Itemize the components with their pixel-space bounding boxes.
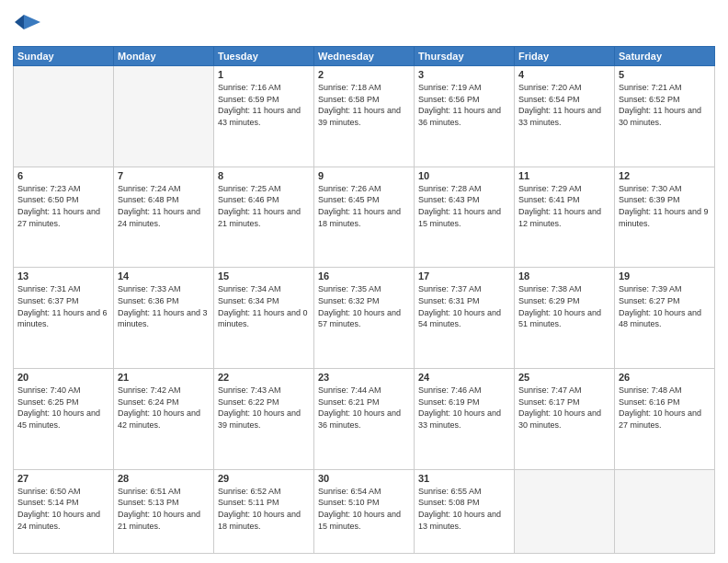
- day-cell: [615, 469, 715, 553]
- day-number: 5: [619, 69, 711, 80]
- day-cell: [114, 66, 214, 167]
- day-info: Sunrise: 7:31 AMSunset: 6:37 PMDaylight:…: [17, 283, 109, 329]
- day-info: Sunrise: 7:30 AMSunset: 6:39 PMDaylight:…: [619, 183, 711, 229]
- week-row-3: 13Sunrise: 7:31 AMSunset: 6:37 PMDayligh…: [14, 268, 715, 369]
- weekday-sunday: Sunday: [14, 47, 114, 66]
- day-cell: 11Sunrise: 7:29 AMSunset: 6:41 PMDayligh…: [515, 167, 615, 268]
- day-info: Sunrise: 7:37 AMSunset: 6:31 PMDaylight:…: [418, 283, 510, 329]
- day-number: 14: [118, 270, 210, 282]
- day-number: 23: [318, 372, 410, 383]
- day-info: Sunrise: 7:35 AMSunset: 6:32 PMDaylight:…: [318, 283, 410, 329]
- logo-icon: [15, 11, 40, 40]
- day-info: Sunrise: 7:43 AMSunset: 6:22 PMDaylight:…: [218, 385, 310, 431]
- day-info: Sunrise: 7:42 AMSunset: 6:24 PMDaylight:…: [118, 385, 210, 431]
- day-cell: 17Sunrise: 7:37 AMSunset: 6:31 PMDayligh…: [415, 268, 515, 369]
- day-cell: 8Sunrise: 7:25 AMSunset: 6:46 PMDaylight…: [214, 167, 314, 268]
- day-info: Sunrise: 7:40 AMSunset: 6:25 PMDaylight:…: [17, 385, 109, 431]
- day-info: Sunrise: 7:47 AMSunset: 6:17 PMDaylight:…: [518, 385, 610, 431]
- day-number: 12: [619, 170, 711, 181]
- weekday-saturday: Saturday: [615, 47, 715, 66]
- day-cell: 3Sunrise: 7:19 AMSunset: 6:56 PMDaylight…: [415, 66, 515, 167]
- day-cell: [14, 66, 114, 167]
- day-cell: 6Sunrise: 7:23 AMSunset: 6:50 PMDaylight…: [14, 167, 114, 268]
- day-number: 16: [318, 270, 410, 282]
- day-info: Sunrise: 7:23 AMSunset: 6:50 PMDaylight:…: [17, 183, 109, 229]
- day-cell: 23Sunrise: 7:44 AMSunset: 6:21 PMDayligh…: [314, 369, 415, 470]
- day-number: 17: [418, 270, 510, 282]
- day-info: Sunrise: 7:19 AMSunset: 6:56 PMDaylight:…: [418, 82, 510, 128]
- day-number: 15: [218, 270, 310, 282]
- day-number: 24: [418, 372, 510, 383]
- day-number: 30: [318, 473, 410, 484]
- day-info: Sunrise: 6:52 AMSunset: 5:11 PMDaylight:…: [218, 486, 310, 532]
- day-cell: 5Sunrise: 7:21 AMSunset: 6:52 PMDaylight…: [615, 66, 715, 167]
- day-number: 21: [118, 372, 210, 383]
- day-number: 6: [17, 170, 109, 181]
- week-row-4: 20Sunrise: 7:40 AMSunset: 6:25 PMDayligh…: [14, 369, 715, 470]
- day-info: Sunrise: 7:24 AMSunset: 6:48 PMDaylight:…: [118, 183, 210, 229]
- day-cell: 19Sunrise: 7:39 AMSunset: 6:27 PMDayligh…: [615, 268, 715, 369]
- day-number: 11: [518, 170, 610, 181]
- day-cell: 15Sunrise: 7:34 AMSunset: 6:34 PMDayligh…: [214, 268, 314, 369]
- day-cell: 13Sunrise: 7:31 AMSunset: 6:37 PMDayligh…: [14, 268, 114, 369]
- weekday-thursday: Thursday: [415, 47, 515, 66]
- day-cell: 31Sunrise: 6:55 AMSunset: 5:08 PMDayligh…: [415, 469, 515, 553]
- day-info: Sunrise: 6:50 AMSunset: 5:14 PMDaylight:…: [17, 486, 109, 532]
- day-cell: 22Sunrise: 7:43 AMSunset: 6:22 PMDayligh…: [214, 369, 314, 470]
- day-info: Sunrise: 7:28 AMSunset: 6:43 PMDaylight:…: [418, 183, 510, 229]
- day-number: 10: [418, 170, 510, 181]
- day-number: 2: [318, 69, 410, 80]
- day-info: Sunrise: 6:54 AMSunset: 5:10 PMDaylight:…: [318, 486, 410, 532]
- svg-marker-1: [15, 15, 24, 29]
- day-cell: 27Sunrise: 6:50 AMSunset: 5:14 PMDayligh…: [14, 469, 114, 553]
- day-number: 27: [17, 473, 109, 484]
- day-cell: 28Sunrise: 6:51 AMSunset: 5:13 PMDayligh…: [114, 469, 214, 553]
- day-info: Sunrise: 7:20 AMSunset: 6:54 PMDaylight:…: [518, 82, 610, 128]
- day-number: 8: [218, 170, 310, 181]
- day-cell: 20Sunrise: 7:40 AMSunset: 6:25 PMDayligh…: [14, 369, 114, 470]
- day-info: Sunrise: 7:18 AMSunset: 6:58 PMDaylight:…: [318, 82, 410, 128]
- day-info: Sunrise: 7:39 AMSunset: 6:27 PMDaylight:…: [619, 283, 711, 329]
- day-number: 31: [418, 473, 510, 484]
- day-number: 29: [218, 473, 310, 484]
- week-row-5: 27Sunrise: 6:50 AMSunset: 5:14 PMDayligh…: [14, 469, 715, 553]
- day-number: 26: [619, 372, 711, 383]
- day-cell: 9Sunrise: 7:26 AMSunset: 6:45 PMDaylight…: [314, 167, 415, 268]
- day-number: 3: [418, 69, 510, 80]
- day-info: Sunrise: 7:26 AMSunset: 6:45 PMDaylight:…: [318, 183, 410, 229]
- day-number: 7: [118, 170, 210, 181]
- day-info: Sunrise: 7:29 AMSunset: 6:41 PMDaylight:…: [518, 183, 610, 229]
- weekday-header-row: SundayMondayTuesdayWednesdayThursdayFrid…: [14, 47, 715, 66]
- page: SundayMondayTuesdayWednesdayThursdayFrid…: [0, 0, 728, 563]
- day-cell: 1Sunrise: 7:16 AMSunset: 6:59 PMDaylight…: [214, 66, 314, 167]
- day-cell: 29Sunrise: 6:52 AMSunset: 5:11 PMDayligh…: [214, 469, 314, 553]
- week-row-2: 6Sunrise: 7:23 AMSunset: 6:50 PMDaylight…: [14, 167, 715, 268]
- weekday-friday: Friday: [515, 47, 615, 66]
- day-info: Sunrise: 7:33 AMSunset: 6:36 PMDaylight:…: [118, 283, 210, 329]
- day-info: Sunrise: 7:48 AMSunset: 6:16 PMDaylight:…: [619, 385, 711, 431]
- weekday-wednesday: Wednesday: [314, 47, 415, 66]
- day-cell: 4Sunrise: 7:20 AMSunset: 6:54 PMDaylight…: [515, 66, 615, 167]
- weekday-monday: Monday: [114, 47, 214, 66]
- day-info: Sunrise: 7:25 AMSunset: 6:46 PMDaylight:…: [218, 183, 310, 229]
- day-cell: [515, 469, 615, 553]
- day-number: 4: [518, 69, 610, 80]
- header: [13, 9, 715, 40]
- day-cell: 18Sunrise: 7:38 AMSunset: 6:29 PMDayligh…: [515, 268, 615, 369]
- day-number: 25: [518, 372, 610, 383]
- weekday-tuesday: Tuesday: [214, 47, 314, 66]
- day-cell: 2Sunrise: 7:18 AMSunset: 6:58 PMDaylight…: [314, 66, 415, 167]
- day-number: 9: [318, 170, 410, 181]
- day-number: 18: [518, 270, 610, 282]
- day-cell: 30Sunrise: 6:54 AMSunset: 5:10 PMDayligh…: [314, 469, 415, 553]
- day-number: 1: [218, 69, 310, 80]
- day-cell: 12Sunrise: 7:30 AMSunset: 6:39 PMDayligh…: [615, 167, 715, 268]
- day-info: Sunrise: 7:21 AMSunset: 6:52 PMDaylight:…: [619, 82, 711, 128]
- day-number: 19: [619, 270, 711, 282]
- day-number: 28: [118, 473, 210, 484]
- day-info: Sunrise: 7:38 AMSunset: 6:29 PMDaylight:…: [518, 283, 610, 329]
- day-info: Sunrise: 7:46 AMSunset: 6:19 PMDaylight:…: [418, 385, 510, 431]
- day-cell: 10Sunrise: 7:28 AMSunset: 6:43 PMDayligh…: [415, 167, 515, 268]
- day-number: 13: [17, 270, 109, 282]
- day-cell: 7Sunrise: 7:24 AMSunset: 6:48 PMDaylight…: [114, 167, 214, 268]
